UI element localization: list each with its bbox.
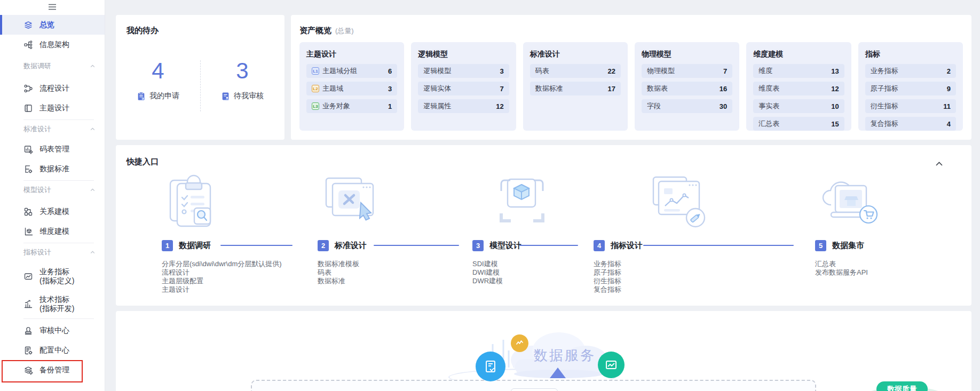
sidebar-item-label: 配置中心 [39, 346, 69, 355]
step-link[interactable]: 业务指标 [594, 260, 643, 268]
sidebar-item-relation-modeling[interactable]: 关系建模 [0, 202, 105, 221]
sidebar-item-label: 数据标准 [39, 164, 69, 174]
asset-row[interactable]: L2主题域 3 [306, 82, 397, 95]
divider [200, 60, 201, 111]
step-link[interactable]: 数据标准 [318, 277, 367, 285]
sidebar-item-business-metric[interactable]: 业务指标(指标定义) [0, 264, 105, 289]
asset-row[interactable]: 汇总表15 [753, 117, 844, 131]
step-link[interactable]: 主题设计 [162, 285, 282, 294]
asset-row[interactable]: L3业务对象 1 [306, 99, 397, 113]
report-bubble-icon [598, 352, 625, 378]
asset-row[interactable]: 原子指标9 [865, 82, 956, 95]
sidebar-item-config-center[interactable]: 配置中心 [0, 340, 105, 360]
step-number-badge: 5 [815, 240, 826, 251]
asset-row[interactable]: 维度13 [753, 64, 844, 78]
sidebar-item-data-standard[interactable]: 数据标准 [0, 159, 105, 179]
step-link[interactable]: 复合指标 [594, 285, 643, 294]
step-number-badge: 2 [318, 240, 329, 251]
divider [23, 119, 94, 120]
asset-row[interactable]: 衍生指标11 [865, 99, 956, 113]
review-icon [221, 92, 230, 101]
asset-row[interactable]: 数据标准17 [530, 82, 621, 95]
asset-row[interactable]: 逻辑属性12 [418, 99, 509, 113]
step-2-entry[interactable]: 2 标准设计 [318, 240, 367, 251]
asset-subcard-dimension-modeling: 维度建模 维度13 维度表12 事实表10 汇总表15 [746, 42, 851, 131]
step-link[interactable]: 汇总表 [815, 260, 868, 268]
step-connector [374, 245, 459, 246]
step-link[interactable]: DWR建模 [472, 277, 521, 285]
sidebar-section-model-design[interactable]: 模型设计 [0, 182, 105, 197]
divider [23, 318, 94, 319]
asset-row[interactable]: 数据表16 [642, 82, 732, 95]
step-link[interactable]: 数据标准模板 [318, 260, 367, 268]
document-bubble-icon [476, 352, 505, 381]
step-link[interactable]: 流程设计 [162, 268, 282, 277]
chevron-up-icon [90, 251, 95, 254]
sidebar-item-overview[interactable]: 总览 [0, 15, 105, 35]
asset-subcard-physical-model: 物理模型 物理模型7 数据表16 字段30 [635, 42, 739, 131]
tech-metric-icon [23, 299, 33, 309]
info-architecture-icon [23, 40, 33, 50]
asset-overview-title: 资产概览 [299, 26, 331, 36]
sidebar-item-label: 主题设计 [39, 103, 69, 113]
chevron-up-icon [935, 161, 943, 166]
cloud-market-cart-illustration [819, 172, 880, 236]
asset-row[interactable]: L1主题域分组 6 [306, 64, 397, 78]
asset-row[interactable]: 业务指标2 [865, 64, 956, 78]
step-3-entry[interactable]: 3 模型设计 [472, 240, 521, 251]
asset-subcard-subject-design: 主题设计 L1主题域分组 6 L2主题域 3 L3业务对象 1 [299, 42, 404, 131]
sidebar-item-label: 审核中心 [39, 326, 69, 336]
sidebar-section-standard-design[interactable]: 标准设计 [0, 122, 105, 137]
sidebar-section-data-research[interactable]: 数据调研 [0, 59, 105, 74]
step-number-badge: 1 [162, 240, 173, 251]
asset-row[interactable]: 码表22 [530, 64, 621, 78]
asset-row[interactable]: 逻辑实体7 [418, 82, 509, 95]
data-quality-button[interactable]: 数据质量 [876, 381, 928, 391]
sidebar-section-metric-design[interactable]: 指标设计 [0, 245, 105, 260]
business-metric-icon [23, 272, 33, 281]
step-5-entry[interactable]: 5 数据集市 [815, 240, 868, 251]
collapse-button[interactable] [935, 159, 944, 167]
step-link[interactable]: SDI建模 [472, 260, 521, 268]
step-link[interactable]: 衍生指标 [594, 277, 643, 285]
sidebar-item-code-table-mgmt[interactable]: 码表管理 [0, 139, 105, 159]
step-1-entry[interactable]: 1 数据调研 [162, 240, 282, 251]
todo-title: 我的待办 [116, 15, 284, 36]
data-standard-icon [23, 164, 33, 174]
asset-row[interactable]: 物理模型7 [642, 64, 732, 78]
step-link[interactable]: 分库分层(sdi\dwi\dwr\dm分层默认提供) [162, 260, 282, 268]
clipboard-search-illustration [163, 172, 224, 236]
asset-row[interactable]: 字段30 [642, 99, 732, 113]
pending-review-label: 待我审核 [234, 91, 264, 101]
asset-row[interactable]: 复合指标4 [865, 117, 956, 131]
sidebar-item-label: 技术指标(指标开发) [39, 295, 74, 313]
step-link[interactable]: 发布数据服务API [815, 268, 868, 277]
flow-arrow-up [550, 368, 566, 378]
step-model-design: 3 模型设计 SDI建模 DWI建模 DWR建模 [472, 240, 521, 285]
sidebar-item-backup-mgmt[interactable]: 备份管理 [0, 360, 105, 380]
sidebar-item-info-architecture[interactable]: 信息架构 [0, 35, 105, 54]
step-4-entry[interactable]: 4 指标设计 [594, 240, 643, 251]
my-applications-stat[interactable]: 4 我的申请 [116, 59, 200, 101]
sidebar-item-tech-metric[interactable]: 技术指标(指标开发) [0, 291, 105, 317]
asset-overview-card: 资产概览 (总量) 主题设计 L1主题域分组 6 L2主题域 3 L3业务对象 … [291, 15, 971, 140]
audit-center-icon [23, 326, 33, 336]
metric-bubble-icon [511, 334, 528, 352]
todo-stats: 4 我的申请 3 待我审核 [116, 59, 284, 101]
dimension-modeling-icon [23, 227, 33, 236]
pending-review-stat[interactable]: 3 待我审核 [200, 59, 284, 101]
sidebar-item-process-design[interactable]: 流程设计 [0, 78, 105, 98]
sidebar-item-subject-design[interactable]: 主题设计 [0, 98, 105, 118]
step-link[interactable]: 原子指标 [594, 268, 643, 277]
sidebar-collapse-toggle[interactable] [0, 0, 105, 14]
sidebar-item-dimension-modeling[interactable]: 维度建模 [0, 221, 105, 241]
step-link[interactable]: DWI建模 [472, 268, 521, 277]
asset-row[interactable]: 事实表10 [753, 99, 844, 113]
divider [23, 243, 94, 243]
asset-row[interactable]: 维度表12 [753, 82, 844, 95]
asset-row[interactable]: 逻辑模型3 [418, 64, 509, 78]
step-link[interactable]: 主题层级配置 [162, 277, 282, 285]
sidebar-item-audit-center[interactable]: 审核中心 [0, 321, 105, 340]
step-data-market: 5 数据集市 汇总表 发布数据服务API [815, 240, 868, 277]
step-link[interactable]: 码表 [318, 268, 367, 277]
